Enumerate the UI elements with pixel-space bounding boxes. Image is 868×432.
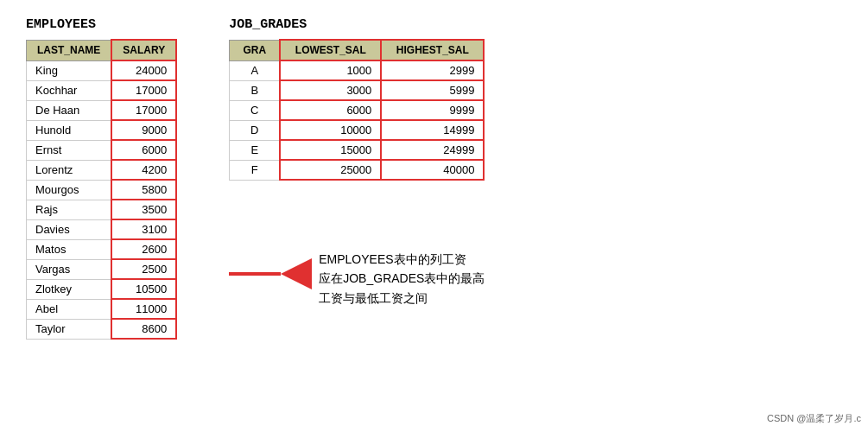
- employees-table: LAST_NAME SALARY King24000Kochhar17000De…: [26, 39, 177, 340]
- employee-name: Hunold: [27, 120, 112, 140]
- table-row: C60009999: [230, 100, 485, 120]
- lowest-sal-value: 10000: [280, 120, 381, 140]
- annotation-line1: EMPLOYEES表中的列工资: [319, 250, 485, 269]
- highest-sal-value: 2999: [381, 60, 484, 80]
- employee-salary: 17000: [111, 100, 176, 120]
- employee-salary: 17000: [111, 80, 176, 100]
- employee-name: Abel: [27, 299, 112, 319]
- col-header-grade: GRA: [230, 40, 281, 60]
- table-row: F2500040000: [230, 160, 485, 180]
- employee-salary: 24000: [111, 60, 176, 80]
- employee-salary: 2600: [111, 239, 176, 259]
- highest-sal-value: 9999: [381, 100, 484, 120]
- table-row: D1000014999: [230, 120, 485, 140]
- grade-value: F: [230, 160, 281, 180]
- lowest-sal-value: 25000: [280, 160, 381, 180]
- highest-sal-value: 40000: [381, 160, 484, 180]
- table-row: Mourgos5800: [27, 180, 177, 200]
- table-row: Ernst6000: [27, 140, 177, 160]
- table-row: A10002999: [230, 60, 485, 80]
- employee-name: King: [27, 60, 112, 80]
- employee-salary: 6000: [111, 140, 176, 160]
- col-header-highest-sal: HIGHEST_SAL: [381, 40, 484, 60]
- employees-title: EMPLOYEES: [26, 17, 177, 32]
- employee-name: Davies: [27, 219, 112, 239]
- table-row: Vargas2500: [27, 259, 177, 279]
- employee-name: Rajs: [27, 200, 112, 219]
- table-row: Zlotkey10500: [27, 279, 177, 299]
- lowest-sal-value: 6000: [280, 100, 381, 120]
- employee-salary: 11000: [111, 299, 176, 319]
- col-header-salary: SALARY: [111, 40, 176, 60]
- employee-salary: 10500: [111, 279, 176, 299]
- grade-value: B: [230, 80, 281, 100]
- table-row: E1500024999: [230, 140, 485, 160]
- grade-value: D: [230, 120, 281, 140]
- annotation-text: EMPLOYEES表中的列工资 应在JOB_GRADES表中的最高 工资与最低工…: [319, 250, 485, 308]
- employee-name: De Haan: [27, 100, 112, 120]
- table-row: Taylor8600: [27, 319, 177, 339]
- highest-sal-value: 14999: [381, 120, 484, 140]
- employee-salary: 3100: [111, 219, 176, 239]
- highest-sal-value: 5999: [381, 80, 484, 100]
- employee-name: Taylor: [27, 319, 112, 339]
- employee-salary: 5800: [111, 180, 176, 200]
- table-row: B30005999: [230, 80, 485, 100]
- job-grades-table: GRA LOWEST_SAL HIGHEST_SAL A10002999B300…: [229, 39, 485, 181]
- annotation-line2: 应在JOB_GRADES表中的最高: [319, 269, 485, 288]
- highest-sal-value: 24999: [381, 140, 484, 160]
- watermark: CSDN @温柔了岁月.c: [767, 412, 861, 425]
- grade-value: C: [230, 100, 281, 120]
- table-row: Rajs3500: [27, 200, 177, 219]
- table-row: Kochhar17000: [27, 80, 177, 100]
- grade-value: A: [230, 60, 281, 80]
- col-header-lastname: LAST_NAME: [27, 40, 112, 60]
- lowest-sal-value: 3000: [280, 80, 381, 100]
- employee-salary: 2500: [111, 259, 176, 279]
- arrow-indicator: [229, 258, 312, 289]
- col-header-lowest-sal: LOWEST_SAL: [280, 40, 381, 60]
- grade-value: E: [230, 140, 281, 160]
- employee-name: Kochhar: [27, 80, 112, 100]
- employee-name: Mourgos: [27, 180, 112, 200]
- employee-salary: 9000: [111, 120, 176, 140]
- table-row: Matos2600: [27, 239, 177, 259]
- employee-salary: 3500: [111, 200, 176, 219]
- table-row: Abel11000: [27, 299, 177, 319]
- job-grades-title: JOB_GRADES: [229, 17, 485, 32]
- employee-name: Ernst: [27, 140, 112, 160]
- table-row: Davies3100: [27, 219, 177, 239]
- lowest-sal-value: 1000: [280, 60, 381, 80]
- table-row: King24000: [27, 60, 177, 80]
- table-row: Hunold9000: [27, 120, 177, 140]
- lowest-sal-value: 15000: [280, 140, 381, 160]
- employee-name: Lorentz: [27, 160, 112, 180]
- employee-name: Zlotkey: [27, 279, 112, 299]
- employee-name: Matos: [27, 239, 112, 259]
- employee-salary: 4200: [111, 160, 176, 180]
- table-row: De Haan17000: [27, 100, 177, 120]
- employee-salary: 8600: [111, 319, 176, 339]
- employee-name: Vargas: [27, 259, 112, 279]
- table-row: Lorentz4200: [27, 160, 177, 180]
- annotation-line3: 工资与最低工资之间: [319, 289, 485, 308]
